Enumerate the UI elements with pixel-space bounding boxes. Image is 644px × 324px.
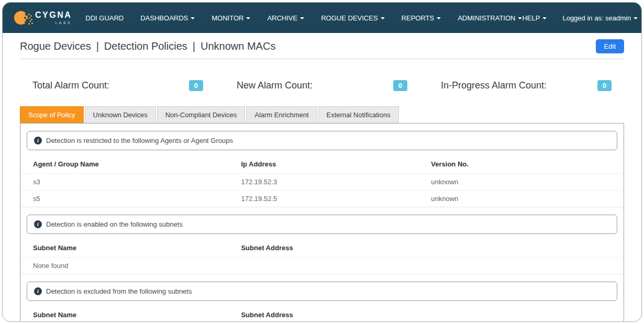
chevron-down-icon (634, 17, 638, 19)
inprogress-alarm-label: In-Progress Alarm Count: (441, 80, 547, 91)
user-menu[interactable]: Logged in as: seadmin (562, 14, 638, 22)
subnet-name-header: Subnet Name (20, 236, 228, 258)
breadcrumb-rogue-devices: Rogue Devices (20, 40, 91, 52)
agents-header-name: Agent / Group Name (20, 152, 228, 174)
nav-item-dashboards[interactable]: DASHBOARDS (140, 14, 195, 22)
agents-info-text: Detection is restricted to the following… (46, 137, 233, 144)
total-alarm-badge: 0 (189, 80, 203, 91)
inprogress-alarm-badge: 0 (597, 80, 612, 91)
table-row: s3 172.19.52.3 unknown (20, 174, 624, 191)
brand-logo[interactable]: CYGNA LABS (14, 9, 72, 27)
nav-item-monitor[interactable]: MONITOR (212, 14, 250, 22)
brand-text: CYGNA LABS (35, 11, 72, 25)
tab-alarm-enrichment[interactable]: Alarm Enrichment (246, 106, 317, 123)
agents-table-header-row: Agent / Group Name Ip Address Version No… (20, 152, 624, 174)
nav-item-administration[interactable]: ADMINISTRATION (458, 14, 522, 22)
agents-header-ip: Ip Address (228, 152, 418, 174)
excluded-subnets-info-text: Detection is excluded from the following… (46, 287, 192, 295)
enabled-subnets-info-text: Detection is enabled on the following su… (46, 220, 183, 228)
brand-name: CYGNA (35, 11, 72, 19)
subnet-address-header: Subnet Address (228, 303, 624, 322)
chevron-down-icon (437, 17, 441, 19)
tab-external-notifications[interactable]: External Notifications (318, 106, 399, 123)
agents-header-version: Version No. (418, 152, 624, 174)
nav-item-reports[interactable]: REPORTS (402, 14, 441, 22)
navbar-right: HELP Logged in as: seadmin (522, 14, 638, 22)
new-alarm-count: New Alarm Count: 0 (237, 80, 407, 91)
breadcrumb-separator: | (96, 40, 99, 52)
chevron-down-icon (191, 17, 195, 19)
agent-version-cell: unknown (418, 191, 624, 207)
total-alarm-count: Total Alarm Count: 0 (32, 80, 203, 91)
enabled-subnets-info-strip: i Detection is enabled on the following … (27, 215, 617, 234)
total-alarm-label: Total Alarm Count: (32, 80, 109, 91)
agent-name-cell: s3 (20, 174, 228, 191)
nav-item-help[interactable]: HELP (522, 14, 547, 22)
alarm-counters: Total Alarm Count: 0 New Alarm Count: 0 … (20, 80, 624, 91)
app-window: CYGNA LABS DDI GUARD DASHBOARDS MONITOR … (2, 2, 642, 322)
chevron-down-icon (518, 17, 522, 19)
agent-name-cell: s5 (20, 191, 228, 207)
nav-item-ddi-guard[interactable]: DDI GUARD (85, 14, 124, 22)
scope-of-policy-panel: i Detection is restricted to the followi… (20, 123, 624, 322)
breadcrumb: Rogue Devices|Detection Policies|Unknown… (20, 39, 275, 53)
info-icon: i (34, 287, 42, 295)
nav-item-archive[interactable]: ARCHIVE (267, 14, 304, 22)
breadcrumb-detection-policies: Detection Policies (104, 40, 187, 52)
page-header: Rogue Devices|Detection Policies|Unknown… (20, 33, 624, 53)
tab-non-compliant-devices[interactable]: Non-Compliant Devices (157, 106, 246, 123)
agent-ip-cell: 172.19.52.3 (228, 174, 418, 191)
new-alarm-label: New Alarm Count: (237, 80, 313, 91)
agent-version-cell: unknown (418, 174, 624, 191)
subnet-address-header: Subnet Address (228, 236, 624, 258)
header-divider (20, 59, 624, 59)
page-content: Rogue Devices|Detection Policies|Unknown… (3, 33, 641, 322)
top-navbar: CYGNA LABS DDI GUARD DASHBOARDS MONITOR … (3, 3, 641, 33)
new-alarm-badge: 0 (393, 80, 407, 91)
enabled-subnets-table: Subnet Name Subnet Address None found (20, 236, 624, 274)
chevron-down-icon (300, 17, 304, 19)
agents-table: Agent / Group Name Ip Address Version No… (20, 152, 624, 207)
empty-state-text: None found (20, 258, 624, 274)
agents-info-strip: i Detection is restricted to the followi… (27, 131, 617, 150)
breadcrumb-separator: | (193, 40, 195, 52)
tab-scope-of-policy[interactable]: Scope of Policy (20, 106, 84, 123)
excluded-subnets-table: Subnet Name Subnet Address None found (20, 303, 624, 322)
cygna-logo-icon (14, 9, 31, 27)
inprogress-alarm-count: In-Progress Alarm Count: 0 (441, 80, 612, 91)
tab-unknown-devices[interactable]: Unknown Devices (85, 106, 156, 123)
agent-ip-cell: 172.19.52.5 (228, 191, 418, 207)
table-row: None found (20, 258, 624, 274)
nav-item-rogue-devices[interactable]: ROGUE DEVICES (321, 14, 384, 22)
chevron-down-icon (542, 17, 547, 19)
info-icon: i (34, 137, 42, 144)
info-icon: i (34, 220, 42, 228)
chevron-down-icon (246, 17, 250, 19)
main-menu: DDI GUARD DASHBOARDS MONITOR ARCHIVE ROG… (85, 14, 522, 22)
excluded-subnets-header-row: Subnet Name Subnet Address (20, 303, 624, 322)
chevron-down-icon (381, 17, 385, 19)
subnet-name-header: Subnet Name (20, 303, 228, 322)
enabled-subnets-header-row: Subnet Name Subnet Address (20, 236, 624, 258)
table-row: s5 172.19.52.5 unknown (20, 191, 624, 207)
excluded-subnets-info-strip: i Detection is excluded from the followi… (27, 282, 617, 301)
policy-tabs: Scope of Policy Unknown Devices Non-Comp… (20, 106, 624, 123)
edit-button[interactable]: Edit (596, 39, 624, 53)
brand-subtitle: LABS (55, 21, 72, 25)
breadcrumb-unknown-macs: Unknown MACs (201, 40, 275, 52)
